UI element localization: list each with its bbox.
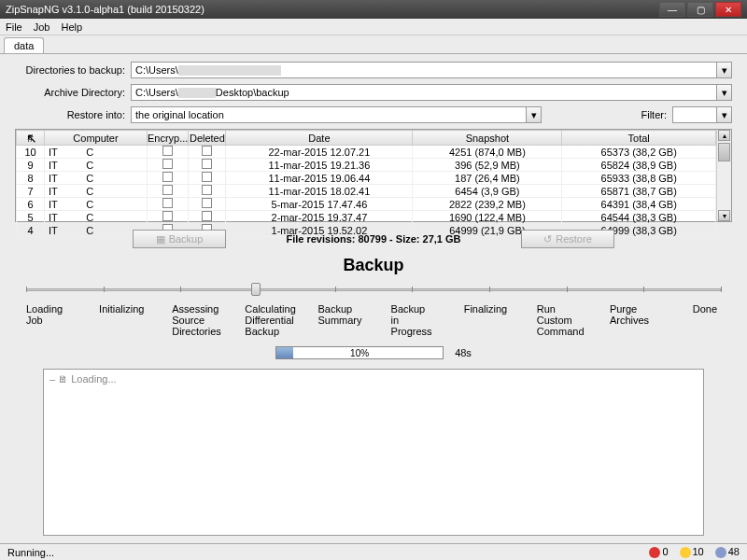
info-icon: [715, 547, 726, 558]
checkbox[interactable]: [202, 172, 212, 182]
restore-combo[interactable]: the original location ▾: [131, 106, 542, 123]
checkbox[interactable]: [162, 185, 173, 195]
scroll-thumb[interactable]: [718, 143, 730, 161]
error-icon: [649, 547, 660, 558]
checkbox[interactable]: [162, 172, 173, 182]
chevron-down-icon[interactable]: ▾: [526, 107, 541, 122]
menu-file[interactable]: File: [6, 21, 22, 33]
col-header[interactable]: Encryp...: [148, 131, 189, 146]
status-warn: 10: [680, 546, 704, 558]
menubar: File Job Help: [0, 19, 747, 35]
archive-value-post: Desktop\backup: [216, 87, 289, 98]
close-button[interactable]: ✕: [715, 2, 741, 17]
maximize-button[interactable]: ▢: [687, 2, 713, 17]
restore-button[interactable]: ↺ Restore: [521, 230, 614, 248]
restore-value: the original location: [135, 109, 224, 120]
archive-label: Archive Directory:: [15, 87, 125, 98]
restore-label: Restore into:: [15, 109, 125, 120]
stage-label: BackupinProgress: [391, 303, 464, 337]
section-title: Backup: [15, 256, 732, 275]
stage-label: PurgeArchives: [610, 303, 683, 337]
table-row[interactable]: 6IT C5-mar-2015 17.47.462822 (239,2 MB)6…: [17, 198, 716, 211]
backup-button[interactable]: ▦ Backup: [133, 230, 226, 248]
restore-icon: ↺: [543, 233, 552, 245]
table-row[interactable]: 9IT C11-mar-2015 19.21.36396 (52,9 MB)65…: [17, 159, 716, 172]
filter-combo[interactable]: ▾: [672, 106, 732, 123]
stage-label: RunCustomCommand: [537, 303, 610, 337]
chevron-down-icon[interactable]: ▾: [716, 107, 731, 122]
tabstrip: data: [0, 35, 747, 54]
checkbox[interactable]: [202, 198, 212, 208]
archive-value-pre: C:\Users\: [135, 87, 178, 98]
snapshot-table: #ComputerEncryp...DeletedDateSnapshotTot…: [15, 129, 732, 222]
table-scrollbar[interactable]: ▴ ▾: [716, 130, 731, 221]
file-icon: – 🗎: [49, 373, 71, 385]
progress-slider[interactable]: [26, 283, 721, 296]
stages-row: LoadingJobInitializingAssessingSourceDir…: [26, 303, 721, 337]
scroll-down-icon[interactable]: ▾: [718, 210, 730, 221]
stage-label: Finalizing: [464, 303, 537, 337]
dirs-combo[interactable]: C:\Users\ ▾: [131, 62, 732, 78]
col-header[interactable]: #: [17, 131, 45, 146]
log-line: Loading...: [71, 373, 116, 385]
progress-bar: 10%: [275, 346, 444, 359]
menu-job[interactable]: Job: [34, 21, 50, 33]
checkbox[interactable]: [202, 146, 212, 156]
table-row[interactable]: 10IT C22-mar-2015 12.07.214251 (874,0 MB…: [17, 146, 716, 159]
table-row[interactable]: 5IT C2-mar-2015 19.37.471690 (122,4 MB)6…: [17, 211, 716, 224]
checkbox[interactable]: [162, 211, 173, 221]
tab-data[interactable]: data: [4, 37, 44, 53]
menu-help[interactable]: Help: [61, 21, 82, 33]
col-header[interactable]: Snapshot: [413, 131, 562, 146]
stage-label: CalculatingDifferentialBackup: [245, 303, 317, 337]
chevron-down-icon[interactable]: ▾: [716, 85, 731, 100]
checkbox[interactable]: [162, 159, 173, 169]
col-header[interactable]: Computer: [45, 131, 148, 146]
chevron-down-icon[interactable]: ▾: [716, 63, 731, 77]
window-title: ZipSnapNG v3.1.0-alpha1 (build 20150322): [6, 4, 204, 15]
stage-label: Done: [683, 303, 721, 337]
checkbox[interactable]: [202, 211, 212, 221]
status-error: 0: [649, 546, 668, 558]
stage-label: BackupSummary: [317, 303, 390, 337]
titlebar: ZipSnapNG v3.1.0-alpha1 (build 20150322)…: [0, 0, 747, 19]
status-info: 48: [715, 546, 740, 558]
col-header[interactable]: Total: [562, 131, 716, 146]
slider-handle[interactable]: [251, 283, 261, 296]
archive-combo[interactable]: C:\Users\Desktop\backup ▾: [131, 84, 732, 101]
progress-pct: 10%: [276, 347, 443, 360]
checkbox[interactable]: [162, 198, 173, 208]
col-header[interactable]: Deleted: [189, 131, 226, 146]
dirs-label: Directories to backup:: [15, 64, 125, 76]
scroll-up-icon[interactable]: ▴: [718, 130, 730, 141]
progress-time: 48s: [455, 347, 472, 358]
stage-label: AssessingSourceDirectories: [172, 303, 245, 337]
log-box: – 🗎 Loading...: [43, 369, 704, 536]
status-text: Running...: [7, 547, 54, 558]
filter-label: Filter:: [557, 109, 667, 120]
revision-info: File revisions: 80799 - Size: 27,1 GB: [233, 233, 514, 245]
dirs-value: C:\Users\: [135, 64, 178, 76]
checkbox[interactable]: [202, 185, 212, 195]
table-row[interactable]: 7IT C11-mar-2015 18.02.416454 (3,9 GB)65…: [17, 185, 716, 198]
checkbox[interactable]: [202, 159, 212, 169]
col-header[interactable]: Date: [226, 131, 413, 146]
stage-label: Initializing: [99, 303, 172, 337]
disk-icon: ▦: [156, 233, 165, 245]
minimize-button[interactable]: —: [659, 2, 685, 17]
statusbar: Running... 0 10 48: [0, 543, 747, 560]
warn-icon: [680, 547, 691, 558]
table-row[interactable]: 8IT C11-mar-2015 19.06.44187 (26,4 MB)65…: [17, 172, 716, 185]
checkbox[interactable]: [162, 146, 173, 156]
stage-label: LoadingJob: [26, 303, 99, 337]
